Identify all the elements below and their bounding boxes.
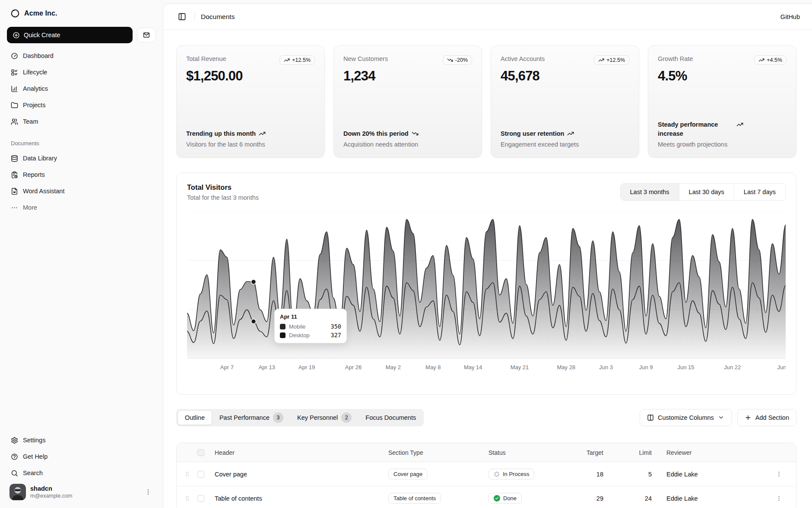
status-badge: Done <box>488 493 522 504</box>
col-header: Header <box>215 449 388 456</box>
svg-text:May 28: May 28 <box>557 364 575 371</box>
table-toolbar: Customize Columns Add Section <box>640 409 796 426</box>
card-subnote: Engagement exceed targets <box>501 141 629 148</box>
tooltip-series-name: Desktop <box>289 332 310 339</box>
topbar: Documents GitHub <box>163 4 812 30</box>
sidebar-item-word-assistant[interactable]: Word Assistant <box>7 183 156 199</box>
range-last-30-days[interactable]: Last 30 days <box>679 184 734 200</box>
select-all-checkbox[interactable] <box>197 449 204 456</box>
row-header-cell: Cover page <box>215 471 388 478</box>
range-last-7-days[interactable]: Last 7 days <box>734 184 785 200</box>
add-section-button[interactable]: Add Section <box>737 409 796 426</box>
sidebar-item-dashboard[interactable]: Dashboard <box>7 48 156 64</box>
customize-columns-button[interactable]: Customize Columns <box>640 409 732 426</box>
trend-badge-value: +12.5% <box>292 57 311 63</box>
svg-text:Jun 30: Jun 30 <box>777 364 786 371</box>
tab-outline[interactable]: Outline <box>178 410 212 425</box>
sidebar-item-data-library[interactable]: Data Library <box>7 150 156 166</box>
chevron-down-icon <box>718 414 725 421</box>
sidebar-item-get-help[interactable]: Get Help <box>7 448 156 465</box>
user-email: m@example.com <box>30 493 139 499</box>
check-circle-icon <box>494 495 500 502</box>
trend-badge-value: +12.5% <box>606 57 625 63</box>
trending-down-icon <box>447 57 453 63</box>
table-row[interactable]: Cover page Cover page In Process 18 5 Ed… <box>177 462 796 486</box>
reviewer-cell: Eddie Lake <box>666 495 774 502</box>
card-value: 45,678 <box>501 68 629 84</box>
row-kebab-button[interactable] <box>774 493 784 504</box>
stat-card-active-accounts: Active Accounts +12.5% 45,678 Strong use… <box>491 45 639 158</box>
mobile-series-swatch <box>280 324 285 329</box>
status-badge: In Process <box>488 469 534 479</box>
sidebar-toggle-button[interactable] <box>175 10 188 23</box>
card-title: New Customers <box>343 55 388 62</box>
svg-text:May 8: May 8 <box>425 364 441 371</box>
mail-icon <box>143 32 150 38</box>
inbox-mail-button[interactable] <box>137 28 156 42</box>
stat-card-new-customers: New Customers -20% 1,234 Down 20% this p… <box>333 45 482 158</box>
ellipsis-vertical-icon <box>145 489 152 495</box>
sidebar: Acme Inc. Quick Create Dashboard <box>0 0 163 508</box>
tooltip-series-name: Mobile <box>289 323 305 330</box>
limit-cell: 24 <box>645 495 666 502</box>
sidebar-item-lifecycle[interactable]: Lifecycle <box>7 64 156 80</box>
loader-icon <box>494 471 500 477</box>
sidebar-item-team[interactable]: Team <box>7 113 156 130</box>
sidebar-item-search[interactable]: Search <box>7 465 156 481</box>
user-meta: shadcn m@example.com <box>30 485 139 499</box>
sidebar-item-more[interactable]: More <box>7 199 156 216</box>
user-menu-kebab-button[interactable] <box>143 487 153 497</box>
tooltip-row-desktop: Desktop 327 <box>280 332 341 339</box>
card-subnote: Acquisition needs attention <box>343 141 472 148</box>
row-checkbox[interactable] <box>197 471 204 478</box>
github-link[interactable]: GitHub <box>780 13 800 20</box>
tab-focus-documents[interactable]: Focus Documents <box>359 410 422 425</box>
row-checkbox[interactable] <box>197 495 204 502</box>
trend-badge-value: -20% <box>455 57 468 63</box>
sidebar-item-projects[interactable]: Projects <box>7 97 156 113</box>
main-panel: Documents GitHub Total Revenue +12.5% $1… <box>163 3 812 508</box>
svg-text:Apr 7: Apr 7 <box>220 364 234 371</box>
sidebar-section-documents-label: Documents <box>7 140 156 147</box>
trend-badge: +12.5% <box>279 55 315 65</box>
user-menu[interactable]: shadcn m@example.com <box>7 481 156 500</box>
limit-cell: 5 <box>648 471 666 478</box>
app-root: Acme Inc. Quick Create Dashboard <box>0 0 812 508</box>
nav-label: Lifecycle <box>23 69 47 76</box>
card-title: Total Revenue <box>186 55 226 62</box>
card-footnote: Steady performance increase <box>658 120 733 138</box>
card-footnote: Strong user retention <box>501 129 564 138</box>
clipboard-clock-icon <box>11 171 18 179</box>
svg-text:Apr 19: Apr 19 <box>298 364 315 371</box>
columns-icon <box>647 414 654 421</box>
nav-label: Dashboard <box>23 52 54 59</box>
row-kebab-button[interactable] <box>774 469 784 479</box>
tab-key-personnel[interactable]: Key Personnel2 <box>291 410 358 425</box>
brand[interactable]: Acme Inc. <box>7 6 156 21</box>
sidebar-documents-nav: Data Library Reports Word Assistant More <box>7 150 156 216</box>
quick-create-button[interactable]: Quick Create <box>7 27 133 43</box>
svg-text:Apr 26: Apr 26 <box>345 364 362 371</box>
drag-handle-icon[interactable] <box>184 471 190 477</box>
table-row[interactable]: Table of contents Table of contents Done… <box>177 486 796 508</box>
svg-text:Apr 13: Apr 13 <box>259 364 275 371</box>
nav-label: Settings <box>23 437 45 444</box>
sidebar-item-reports[interactable]: Reports <box>7 166 156 183</box>
svg-text:Jun 3: Jun 3 <box>599 364 613 371</box>
drag-handle-icon[interactable] <box>184 495 190 502</box>
nav-label: Reports <box>23 171 45 178</box>
tooltip-date: Apr 11 <box>280 313 341 320</box>
area-chart-svg: Apr 7Apr 13Apr 19Apr 26May 2May 8May 14M… <box>187 211 786 373</box>
col-target: Target <box>587 449 618 456</box>
sidebar-item-analytics[interactable]: Analytics <box>7 80 156 97</box>
reviewer-cell: Eddie Lake <box>666 471 774 478</box>
layout-list-icon <box>11 69 18 76</box>
nav-label: Get Help <box>23 453 48 460</box>
sidebar-item-settings[interactable]: Settings <box>7 432 156 448</box>
documents-tabs-row: Outline Past Performance3 Key Personnel2… <box>176 409 796 426</box>
card-title: Active Accounts <box>501 55 545 62</box>
tab-past-performance[interactable]: Past Performance3 <box>213 410 290 425</box>
range-last-3-months[interactable]: Last 3 months <box>621 184 679 200</box>
database-icon <box>11 155 18 162</box>
area-chart[interactable]: Apr 7Apr 13Apr 19Apr 26May 2May 8May 14M… <box>187 211 786 373</box>
